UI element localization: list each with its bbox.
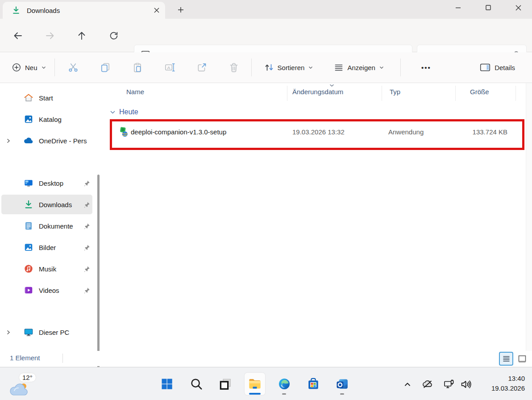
file-explorer-button[interactable] <box>245 375 264 393</box>
column-header-name[interactable]: Name <box>126 88 144 96</box>
videos-icon <box>24 285 33 295</box>
windows-logo-icon <box>160 377 174 391</box>
view-button-label: Anzeigen <box>347 64 375 71</box>
onedrive-offline-icon[interactable] <box>420 377 435 392</box>
sidebar-item-pictures[interactable]: Bilder <box>1 238 92 257</box>
sidebar-item-downloads[interactable]: Downloads <box>1 195 92 214</box>
cut-button[interactable] <box>66 61 80 74</box>
delete-button[interactable] <box>227 61 241 74</box>
file-name[interactable]: deeploi-companion-v1.3.0-setup <box>131 128 226 137</box>
sidebar-item-start[interactable]: Start <box>1 88 92 108</box>
column-separator[interactable] <box>382 86 382 101</box>
onedrive-icon <box>24 137 33 144</box>
column-separator[interactable] <box>455 86 456 101</box>
ellipsis-icon: ••• <box>421 64 431 71</box>
tab-close-icon[interactable] <box>154 7 160 13</box>
sidebar-item-music[interactable]: Musik <box>1 259 92 279</box>
plus-circle-icon <box>12 62 21 72</box>
sidebar-item-onedrive[interactable]: OneDrive - Pers <box>1 131 92 150</box>
start-button[interactable] <box>158 375 176 393</box>
maximize-button[interactable] <box>478 0 499 15</box>
edge-browser-button[interactable] <box>275 375 294 393</box>
microsoft-store-button[interactable] <box>304 375 323 393</box>
column-separator[interactable] <box>287 86 287 101</box>
taskbar: 12° <box>0 367 532 400</box>
weather-widget[interactable]: 12° <box>7 371 38 397</box>
sidebar-item-gallery[interactable]: Katalog <box>1 109 92 129</box>
tray-chevron-up-button[interactable] <box>400 377 415 392</box>
outlook-button[interactable] <box>333 375 352 393</box>
tab-downloads[interactable]: Downloads <box>3 2 165 19</box>
chevron-down-icon <box>379 65 384 70</box>
large-icons-view-toggle[interactable] <box>517 354 528 364</box>
file-explorer-window: Downloads <box>0 0 532 366</box>
column-header-size[interactable]: Größe <box>470 88 489 96</box>
column-header-modified[interactable]: Änderungsdatum <box>292 88 343 96</box>
downloads-icon <box>24 200 33 209</box>
new-tab-button[interactable] <box>174 4 187 16</box>
up-button[interactable] <box>74 28 90 44</box>
copy-button[interactable] <box>99 61 112 74</box>
refresh-button[interactable] <box>106 28 122 44</box>
pin-icon <box>81 287 92 294</box>
music-icon <box>24 264 33 274</box>
task-view-icon <box>219 377 232 391</box>
store-icon <box>307 377 320 391</box>
close-button[interactable] <box>508 0 528 15</box>
details-view-toggle[interactable] <box>499 352 513 366</box>
file-size: 133.724 KB <box>455 128 507 137</box>
column-separator[interactable] <box>515 86 516 101</box>
file-list-scrollbar[interactable] <box>526 83 532 351</box>
cloud-icon <box>9 382 30 397</box>
network-ethernet-icon[interactable] <box>442 377 456 392</box>
pictures-icon <box>24 242 33 252</box>
expand-chevron-icon[interactable] <box>1 138 15 144</box>
more-options-button[interactable]: ••• <box>417 60 436 75</box>
share-button[interactable] <box>195 61 208 74</box>
task-view-button[interactable] <box>216 375 235 393</box>
volume-icon[interactable] <box>459 377 473 392</box>
command-toolbar: Neu <box>0 52 532 83</box>
temperature-badge: 12° <box>19 373 36 382</box>
taskbar-search-button[interactable] <box>187 375 206 393</box>
installer-app-icon <box>119 126 129 138</box>
rename-button[interactable]: A <box>163 61 176 74</box>
home-icon <box>24 93 33 103</box>
new-button[interactable]: Neu <box>7 59 51 76</box>
sidebar-item-desktop[interactable]: Desktop <box>1 173 92 193</box>
download-icon <box>12 6 21 15</box>
documents-icon <box>24 221 33 231</box>
sidebar-item-documents[interactable]: Dokumente <box>1 216 92 236</box>
view-button[interactable]: Anzeigen <box>329 59 389 76</box>
sort-arrows-icon <box>264 62 274 72</box>
status-bar: 1 Element <box>0 351 532 366</box>
sidebar-item-videos[interactable]: Videos <box>1 280 92 300</box>
status-divider <box>62 354 63 363</box>
search-icon <box>190 377 203 391</box>
clock[interactable]: 13:40 19.03.2026 <box>491 374 525 393</box>
forward-button[interactable] <box>42 28 58 44</box>
sidebar-scrollbar[interactable] <box>97 175 100 378</box>
sidebar: Start Katalog OneDrive - Pers <box>0 83 104 351</box>
sort-button[interactable]: Sortieren <box>260 59 318 76</box>
desktop-icon <box>24 178 33 188</box>
folder-icon <box>248 377 262 391</box>
sort-button-label: Sortieren <box>278 64 305 71</box>
column-header-type[interactable]: Typ <box>390 88 400 96</box>
paste-button[interactable] <box>131 61 144 74</box>
group-collapse-chevron-icon[interactable] <box>110 110 116 115</box>
clock-date: 19.03.2026 <box>491 383 525 393</box>
details-pane-button[interactable]: Details <box>475 59 520 76</box>
expand-chevron-icon[interactable] <box>1 329 15 335</box>
running-app-indicator <box>282 393 286 395</box>
clock-time: 13:40 <box>491 374 525 383</box>
back-button[interactable] <box>10 28 26 44</box>
group-header-today[interactable]: Heute <box>110 108 138 116</box>
chevron-down-icon <box>41 65 46 70</box>
sort-direction-icon <box>329 83 334 88</box>
sidebar-item-this-pc[interactable]: Dieser PC <box>1 322 92 342</box>
tab-bar: Downloads <box>0 0 532 19</box>
pin-icon <box>81 201 92 208</box>
minimize-button[interactable] <box>448 0 468 15</box>
pin-icon <box>81 244 92 251</box>
